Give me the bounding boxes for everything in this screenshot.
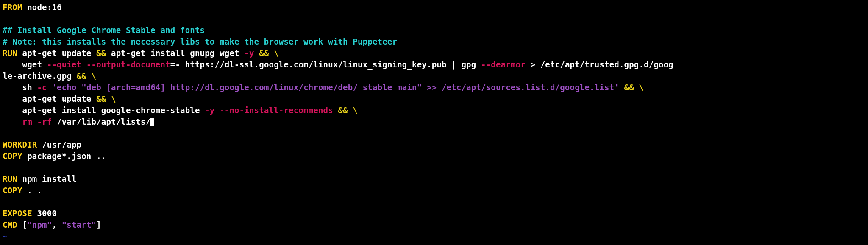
op-amp: &&	[77, 71, 86, 81]
op-amp: &&	[96, 94, 106, 103]
flag-y: -y	[205, 106, 214, 115]
deb-line: deb [arch=amd64] http://dl.google.com/li…	[86, 83, 417, 92]
kw-cmd: CMD	[3, 220, 17, 229]
flag-output: --output-document	[86, 60, 170, 69]
gpg: gpg	[461, 60, 481, 69]
comma: ,	[52, 220, 61, 229]
flag-quiet: --quiet	[47, 60, 81, 69]
line-cont: \	[111, 94, 116, 103]
txt: apt-get install google-chrome-stable	[22, 106, 205, 115]
dq-close: "	[417, 83, 422, 92]
vim-tilde: ~	[3, 231, 8, 241]
workdir-arg: /usr/app	[37, 140, 81, 149]
kw-from: FROM	[3, 3, 22, 12]
comment-2: # Note: this installs the necessary libs…	[3, 37, 397, 46]
from-arg: node:16	[22, 3, 62, 12]
dq-open: "	[81, 83, 86, 92]
line-cont: \	[92, 71, 97, 81]
kw-workdir: WORKDIR	[3, 140, 37, 149]
sq-open: '	[52, 83, 57, 92]
run2-arg: npm install	[17, 174, 77, 184]
op-amp: &&	[259, 48, 269, 58]
line-cont: \	[639, 83, 644, 92]
rm: rm	[22, 117, 32, 126]
append: >> /etc/apt/sources.list.d/google.list	[422, 83, 614, 92]
kw-run1: RUN	[3, 48, 17, 58]
cursor	[150, 118, 154, 126]
bracket-close: ]	[96, 220, 101, 229]
txt: apt-get install gnupg wget	[106, 48, 244, 58]
kw-copy1: COPY	[3, 151, 22, 161]
echo: echo	[57, 83, 81, 92]
copy2-arg: . .	[22, 186, 42, 195]
sh: sh	[22, 83, 37, 92]
flag-nir: --no-install-recommends	[220, 106, 333, 115]
txt: wget	[22, 60, 47, 69]
url: https://dl-ssl.google.com/linux/linux_si…	[185, 60, 447, 69]
flag-c: -c	[37, 83, 47, 92]
op-amp: &&	[96, 48, 106, 58]
flag-rf: -rf	[37, 117, 52, 126]
copy1-arg: package*.json ..	[22, 151, 106, 161]
kw-copy2: COPY	[3, 186, 22, 195]
path: /etc/apt/trusted.gpg.d/goog	[540, 60, 673, 69]
flag-dearmor: --dearmor	[481, 60, 526, 69]
bracket-open: [	[22, 220, 28, 229]
eq: =	[170, 60, 175, 69]
dash: -	[175, 60, 185, 69]
dockerfile-code: FROM node:16 ## Install Google Chrome St…	[0, 0, 868, 244]
flag-y: -y	[244, 48, 254, 58]
pipe: |	[447, 60, 462, 69]
gt: >	[526, 60, 540, 69]
kw-expose: EXPOSE	[3, 209, 32, 218]
expose-arg: 3000	[32, 209, 57, 218]
txt: apt-get update	[17, 48, 96, 58]
kw-run2: RUN	[3, 174, 17, 184]
sq-close: '	[614, 83, 619, 92]
comment-1: ## Install Google Chrome Stable and font…	[3, 25, 205, 35]
cmd-npm: npm	[32, 220, 47, 229]
path: /var/lib/apt/lists/	[57, 117, 150, 126]
txt: le-archive.gpg	[3, 71, 77, 81]
line-cont: \	[274, 48, 279, 58]
op-amp: &&	[624, 83, 634, 92]
op-amp: &&	[338, 106, 348, 115]
line-cont: \	[353, 106, 358, 115]
txt: apt-get update	[22, 94, 97, 103]
cmd-start: start	[67, 220, 91, 229]
